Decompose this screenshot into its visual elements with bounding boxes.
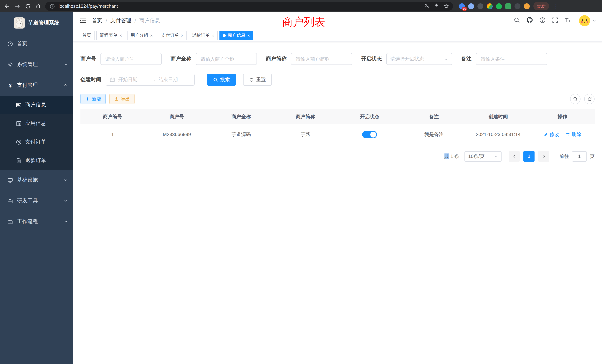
site-info-icon[interactable]: [49, 3, 56, 10]
edit-link[interactable]: 修改: [544, 131, 559, 138]
short-name-label: 商户简称: [266, 56, 287, 62]
chevron-down-icon: [64, 219, 68, 225]
prev-page-button[interactable]: [509, 151, 520, 161]
share-icon[interactable]: [433, 3, 440, 10]
sidebar-item-label: 系统管理: [17, 61, 38, 68]
close-icon[interactable]: ×: [181, 33, 183, 38]
back-button[interactable]: [4, 3, 10, 10]
tab-label: 流程表单: [100, 32, 118, 39]
extension-icon[interactable]: [487, 3, 493, 9]
sidebar-item-dev-tools[interactable]: 研发工具: [0, 191, 73, 211]
extension-icon[interactable]: [515, 3, 520, 9]
tab-label: 退款订单: [192, 32, 210, 39]
sidebar-fold-icon[interactable]: [79, 17, 86, 24]
help-icon[interactable]: [539, 17, 546, 25]
sidebar-item-workflow[interactable]: 工作流程: [0, 211, 73, 232]
close-icon[interactable]: ×: [247, 33, 250, 38]
search-icon[interactable]: [514, 17, 520, 25]
chevron-down-icon: [64, 62, 68, 67]
export-button[interactable]: 导出: [109, 94, 135, 104]
font-size-icon[interactable]: [565, 17, 571, 25]
github-icon[interactable]: [526, 17, 533, 25]
fullscreen-icon[interactable]: [552, 17, 558, 25]
chevron-right-icon: [542, 154, 546, 158]
search-button[interactable]: 搜索: [207, 74, 236, 86]
breadcrumb-separator: /: [106, 18, 107, 24]
dashboard-icon: [7, 41, 13, 46]
tab-home[interactable]: 首页: [79, 31, 95, 40]
add-button[interactable]: 新增: [80, 94, 106, 104]
close-icon[interactable]: ×: [212, 33, 214, 38]
forward-button[interactable]: [14, 3, 21, 10]
next-page-button[interactable]: [538, 151, 549, 161]
page-number-button[interactable]: 1: [523, 151, 535, 161]
col-header: 商户全称: [209, 109, 273, 124]
extension-icon[interactable]: [468, 3, 474, 9]
extensions-row: 10: [459, 3, 530, 9]
sidebar-item-refund-order[interactable]: 退款订单: [0, 151, 73, 170]
merchant-no-input[interactable]: [100, 53, 162, 65]
address-bar[interactable]: localhost:1024/pay/merchant: [45, 2, 453, 11]
close-icon[interactable]: ×: [119, 33, 122, 38]
reset-button[interactable]: 重置: [243, 74, 272, 86]
app-logo[interactable]: 芋道管理系统: [0, 12, 73, 33]
tab-user-group[interactable]: 用户分组 ×: [127, 31, 156, 40]
tab-pay-order[interactable]: 支付订单 ×: [158, 31, 187, 40]
end-date-placeholder[interactable]: 结束日期: [159, 76, 191, 83]
url-text[interactable]: localhost:1024/pay/merchant: [59, 3, 420, 9]
sidebar-item-payment[interactable]: ¥ 支付管理: [0, 75, 73, 96]
extension-badge: 10: [462, 7, 467, 11]
sidebar-item-system[interactable]: 系统管理: [0, 54, 73, 75]
toggle-search-button[interactable]: [570, 94, 580, 104]
sidebar-item-pay-order[interactable]: 支付订单: [0, 133, 73, 151]
reload-button[interactable]: [24, 3, 31, 10]
search-button-label: 搜索: [220, 76, 230, 83]
close-icon[interactable]: ×: [150, 33, 153, 38]
page-size-select[interactable]: 10条/页: [464, 151, 502, 161]
remark-input[interactable]: [476, 53, 547, 65]
gear-icon: [7, 62, 13, 67]
delete-link[interactable]: 删除: [566, 131, 581, 138]
sidebar-item-home[interactable]: 首页: [0, 33, 73, 54]
chrome-update-button[interactable]: 更新: [533, 2, 549, 10]
create-time-range-picker[interactable]: 开始日期 - 结束日期: [106, 74, 195, 86]
chevron-down-icon: [64, 198, 68, 204]
breadcrumb-payment[interactable]: 支付管理: [110, 17, 131, 24]
plus-icon: [85, 97, 90, 101]
tab-merchant-info[interactable]: 商户信息 ×: [219, 31, 253, 40]
sidebar-item-merchant-info[interactable]: 商户信息: [0, 96, 73, 114]
extension-icon[interactable]: 10: [459, 3, 465, 9]
breadcrumb-home[interactable]: 首页: [92, 17, 102, 24]
start-date-placeholder[interactable]: 开始日期: [118, 76, 150, 83]
extension-icon[interactable]: [524, 3, 530, 9]
refresh-table-button[interactable]: [584, 94, 595, 104]
full-name-input[interactable]: [196, 53, 257, 65]
password-key-icon[interactable]: [423, 3, 430, 10]
status-select[interactable]: 请选择开启状态: [386, 53, 452, 65]
pagination: 共 1 条 10条/页 1 前: [80, 151, 595, 161]
goto-page-input[interactable]: [572, 151, 587, 161]
user-avatar[interactable]: [579, 15, 596, 26]
browser-menu-icon[interactable]: ⋮: [553, 3, 559, 9]
tab-process-form[interactable]: 流程表单 ×: [96, 31, 125, 40]
sidebar-item-infrastructure[interactable]: 基础设施: [0, 170, 73, 191]
short-name-input[interactable]: [291, 53, 352, 65]
id-card-icon: [16, 102, 22, 108]
search-icon: [573, 96, 578, 101]
tab-refund-order[interactable]: 退款订单 ×: [189, 31, 218, 40]
filter-row-1: 商户号 商户全称 商户简称 开启状态 请选择开启状态: [80, 53, 595, 65]
extension-icon[interactable]: [477, 3, 483, 9]
edit-icon: [544, 132, 548, 137]
bookmark-star-icon[interactable]: [443, 3, 449, 10]
refresh-icon: [249, 77, 254, 82]
status-toggle[interactable]: [362, 131, 377, 138]
sidebar-item-label: 支付管理: [17, 82, 38, 89]
remark-label: 备注: [461, 56, 472, 62]
page-size-value: 10条/页: [468, 153, 484, 160]
home-button[interactable]: [35, 3, 42, 10]
extension-icon[interactable]: [505, 3, 511, 9]
extension-icon[interactable]: [496, 3, 502, 9]
sidebar-item-app-info[interactable]: 应用信息: [0, 114, 73, 133]
table-toolbar: 新增 导出: [80, 94, 595, 104]
browser-toolbar: localhost:1024/pay/merchant 10 更新 ⋮: [0, 0, 602, 12]
